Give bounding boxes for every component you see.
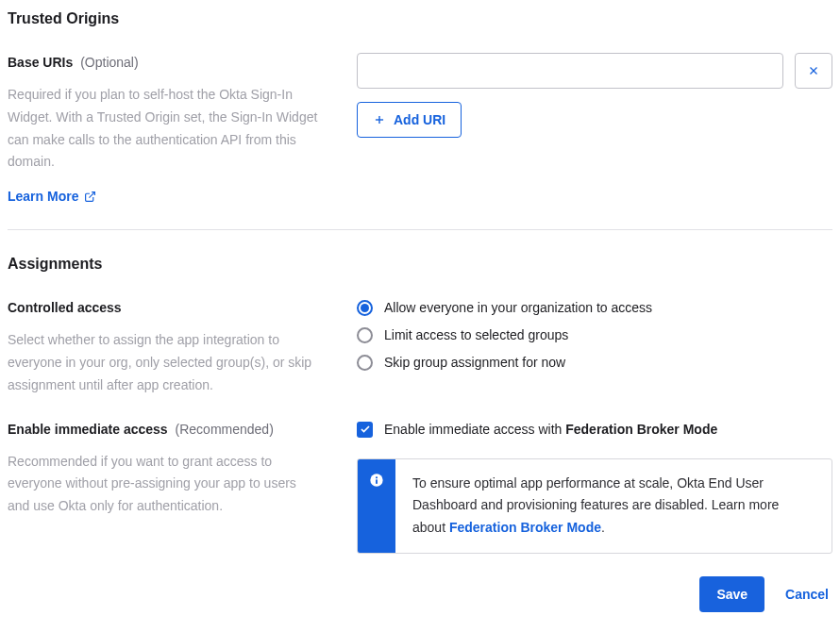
svg-line-0 bbox=[90, 192, 95, 198]
plus-icon bbox=[373, 113, 386, 126]
svg-rect-7 bbox=[376, 479, 378, 484]
add-uri-button[interactable]: Add URI bbox=[357, 102, 462, 138]
divider bbox=[8, 229, 832, 230]
radio-label: Allow everyone in your organization to a… bbox=[384, 298, 652, 318]
info-text: To ensure optimal app performance at sca… bbox=[395, 459, 832, 553]
radio-icon bbox=[357, 355, 373, 371]
close-icon bbox=[807, 64, 820, 77]
immediate-access-checkbox[interactable]: Enable immediate access with Federation … bbox=[357, 420, 832, 440]
learn-more-link[interactable]: Learn More bbox=[8, 187, 96, 207]
external-link-icon bbox=[84, 191, 96, 203]
info-icon bbox=[369, 473, 384, 488]
controlled-access-label: Controlled access bbox=[8, 300, 122, 315]
base-uris-label: Base URIs bbox=[8, 55, 73, 70]
controlled-access-desc: Select whether to assign the app integra… bbox=[8, 329, 319, 396]
radio-icon bbox=[357, 300, 373, 316]
access-option-groups[interactable]: Limit access to selected groups bbox=[357, 325, 832, 345]
radio-label: Limit access to selected groups bbox=[384, 325, 568, 345]
access-option-skip[interactable]: Skip group assignment for now bbox=[357, 353, 832, 373]
radio-label: Skip group assignment for now bbox=[384, 353, 565, 373]
base-uris-optional: (Optional) bbox=[80, 55, 138, 70]
save-button[interactable]: Save bbox=[699, 576, 764, 612]
assignments-title: Assignments bbox=[8, 253, 832, 275]
federation-broker-link[interactable]: Federation Broker Mode bbox=[449, 520, 601, 535]
cancel-button[interactable]: Cancel bbox=[781, 587, 832, 602]
immediate-access-recommended: (Recommended) bbox=[176, 422, 274, 437]
trusted-origins-title: Trusted Origins bbox=[8, 8, 832, 30]
immediate-access-desc: Recommended if you want to grant access … bbox=[8, 451, 319, 518]
base-uri-input[interactable] bbox=[357, 53, 783, 89]
immediate-access-label: Enable immediate access bbox=[8, 422, 168, 437]
remove-uri-button[interactable] bbox=[795, 53, 832, 89]
info-panel: To ensure optimal app performance at sca… bbox=[357, 458, 832, 554]
learn-more-text: Learn More bbox=[8, 187, 78, 207]
radio-icon bbox=[357, 327, 373, 343]
access-option-everyone[interactable]: Allow everyone in your organization to a… bbox=[357, 298, 832, 318]
add-uri-label: Add URI bbox=[394, 112, 445, 127]
svg-point-6 bbox=[376, 476, 378, 478]
base-uris-desc: Required if you plan to self-host the Ok… bbox=[8, 84, 319, 174]
checkbox-label: Enable immediate access with Federation … bbox=[384, 420, 717, 440]
checkbox-checked-icon bbox=[357, 422, 373, 438]
